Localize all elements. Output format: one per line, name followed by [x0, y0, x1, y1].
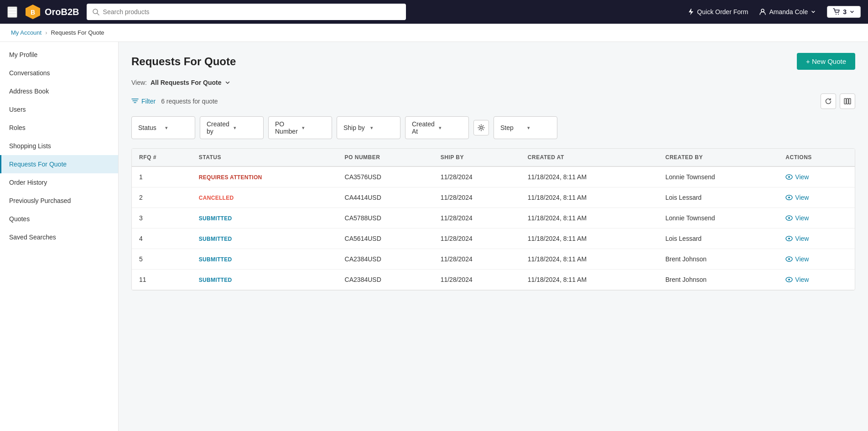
search-input[interactable]: [103, 8, 400, 16]
svg-rect-0: [8, 9, 16, 10]
table-header-row: RFQ # Status PO Number Ship By Created A…: [132, 149, 855, 166]
sidebar-item-saved-searches[interactable]: Saved Searches: [0, 228, 118, 246]
settings-icon: [478, 124, 485, 131]
view-button-1[interactable]: View: [785, 194, 809, 201]
table-row: 5 SUBMITTED CA2384USD 11/28/2024 11/18/2…: [132, 249, 855, 270]
view-select-dropdown[interactable]: All Requests For Quote: [151, 79, 231, 86]
svg-point-15: [788, 176, 790, 178]
cell-po-2: CA5788USD: [338, 208, 433, 228]
user-icon: [759, 8, 766, 16]
cart-button[interactable]: 3: [827, 6, 861, 18]
new-quote-button[interactable]: + New Quote: [797, 53, 855, 70]
po-number-dropdown[interactable]: PO Number ▾: [268, 116, 332, 139]
table-row: 1 REQUIRES ATTENTION CA3576USD 11/28/202…: [132, 166, 855, 187]
cell-po-0: CA3576USD: [338, 166, 433, 187]
sidebar-item-quotes[interactable]: Quotes: [0, 210, 118, 228]
eye-icon: [785, 194, 793, 201]
svg-rect-10: [844, 99, 846, 104]
cell-rfq-1: 2: [132, 187, 192, 208]
step-dropdown[interactable]: Step ▾: [494, 116, 557, 139]
ship-by-dropdown[interactable]: Ship by ▾: [337, 116, 400, 139]
filter-dropdowns: Status ▾ Created by ▾ PO Number ▾ Ship b…: [131, 116, 855, 139]
col-actions: Actions: [778, 149, 855, 166]
search-bar: [87, 4, 406, 20]
svg-point-8: [836, 14, 837, 15]
sidebar-item-roles[interactable]: Roles: [0, 119, 118, 137]
sidebar-item-conversations[interactable]: Conversations: [0, 64, 118, 82]
col-created-at: Created At: [520, 149, 658, 166]
cell-status-3: SUBMITTED: [192, 228, 338, 249]
cell-rfq-0: 1: [132, 166, 192, 187]
page-header: Requests For Quote + New Quote: [131, 53, 855, 70]
cell-created-at-3: 11/18/2024, 8:11 AM: [520, 228, 658, 249]
filter-count: 6 requests for quote: [161, 98, 218, 105]
cell-actions-4: View: [778, 249, 855, 270]
created-by-dropdown-arrow: ▾: [234, 125, 257, 131]
breadcrumb-parent[interactable]: My Account: [11, 29, 42, 36]
hamburger-menu[interactable]: [7, 6, 17, 18]
view-button-4[interactable]: View: [785, 255, 809, 263]
cell-created-by-3: Lois Lessard: [658, 228, 779, 249]
view-button-0[interactable]: View: [785, 173, 809, 181]
created-at-dropdown-arrow: ▾: [439, 125, 462, 131]
columns-settings-button[interactable]: [473, 120, 489, 135]
view-button-5[interactable]: View: [785, 276, 809, 283]
svg-rect-11: [847, 99, 848, 104]
search-icon: [92, 8, 99, 16]
sidebar-item-my-profile[interactable]: My Profile: [0, 46, 118, 64]
refresh-button[interactable]: [821, 93, 836, 109]
quick-order-button[interactable]: Quick Order Form: [687, 8, 748, 16]
cell-rfq-5: 11: [132, 270, 192, 290]
page-layout: My Profile Conversations Address Book Us…: [0, 42, 868, 431]
cell-ship-by-0: 11/28/2024: [433, 166, 520, 187]
cell-po-3: CA5614USD: [338, 228, 433, 249]
breadcrumb-current: Requests For Quote: [51, 29, 104, 36]
cell-created-by-4: Brent Johnson: [658, 249, 779, 270]
status-dropdown[interactable]: Status ▾: [131, 116, 195, 139]
columns-button[interactable]: [840, 93, 855, 109]
cell-status-4: SUBMITTED: [192, 249, 338, 270]
cell-actions-1: View: [778, 187, 855, 208]
view-label: View:: [131, 79, 147, 86]
po-number-dropdown-arrow: ▾: [302, 125, 325, 131]
chevron-down-icon: [811, 9, 816, 15]
col-created-by: Created By: [658, 149, 779, 166]
ship-by-dropdown-arrow: ▾: [370, 125, 394, 131]
sidebar-item-order-history[interactable]: Order History: [0, 173, 118, 192]
filter-bar: Filter 6 requests for quote: [131, 93, 855, 109]
sidebar-item-address-book[interactable]: Address Book: [0, 82, 118, 100]
rfq-table-container: RFQ # Status PO Number Ship By Created A…: [131, 148, 855, 291]
col-status: Status: [192, 149, 338, 166]
created-at-dropdown[interactable]: Created At ▾: [405, 116, 469, 139]
cell-status-5: SUBMITTED: [192, 270, 338, 290]
cell-actions-3: View: [778, 228, 855, 249]
filter-button[interactable]: Filter: [131, 98, 156, 105]
sidebar-item-previously-purchased[interactable]: Previously Purchased: [0, 192, 118, 210]
table-body: 1 REQUIRES ATTENTION CA3576USD 11/28/202…: [132, 166, 855, 290]
view-button-2[interactable]: View: [785, 214, 809, 222]
col-rfq: RFQ #: [132, 149, 192, 166]
table-row: 3 SUBMITTED CA5788USD 11/28/2024 11/18/2…: [132, 208, 855, 228]
view-bar: View: All Requests For Quote: [131, 79, 855, 86]
cell-created-at-0: 11/18/2024, 8:11 AM: [520, 166, 658, 187]
sidebar-item-users[interactable]: Users: [0, 100, 118, 119]
cell-rfq-2: 3: [132, 208, 192, 228]
view-button-3[interactable]: View: [785, 235, 809, 242]
logo[interactable]: B OroB2B: [25, 4, 79, 20]
cell-status-0: REQUIRES ATTENTION: [192, 166, 338, 187]
filter-icon: [131, 98, 139, 105]
cell-ship-by-5: 11/28/2024: [433, 270, 520, 290]
svg-point-7: [761, 9, 764, 12]
cell-po-1: CA4414USD: [338, 187, 433, 208]
eye-icon: [785, 214, 793, 222]
cell-created-by-5: Brent Johnson: [658, 270, 779, 290]
step-dropdown-arrow: ▾: [527, 125, 551, 131]
user-menu-button[interactable]: Amanda Cole: [759, 8, 816, 16]
sidebar-item-requests-for-quote[interactable]: Requests For Quote: [0, 155, 118, 173]
lightning-icon: [687, 8, 694, 16]
columns-icon: [844, 98, 851, 105]
created-by-dropdown[interactable]: Created by ▾: [200, 116, 264, 139]
eye-icon: [785, 235, 793, 242]
breadcrumb: My Account › Requests For Quote: [0, 24, 868, 42]
sidebar-item-shopping-lists[interactable]: Shopping Lists: [0, 137, 118, 155]
